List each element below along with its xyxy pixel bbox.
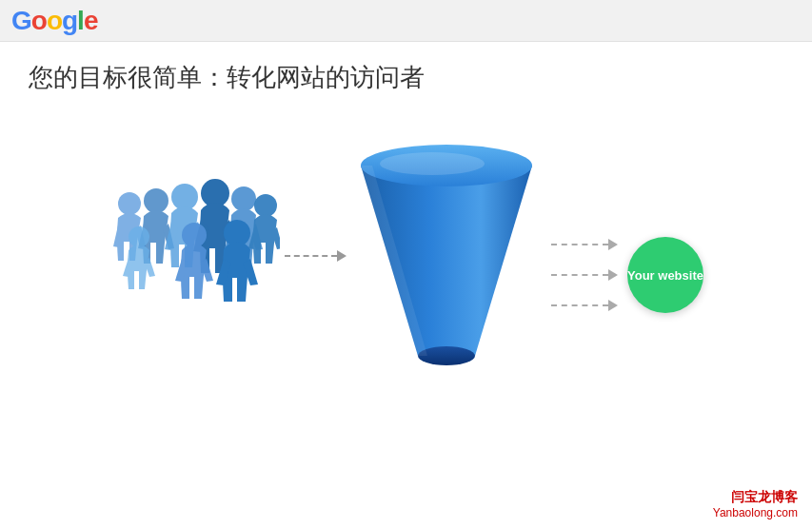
logo-l: l: [77, 6, 84, 36]
logo-g2: g: [62, 6, 77, 36]
watermark: 闫宝龙博客 Yanbaolong.com: [713, 489, 798, 519]
funnel: [351, 137, 542, 375]
logo-g: G: [11, 6, 31, 36]
logo-o2: o: [47, 6, 62, 36]
single-arrow: [285, 250, 347, 262]
svg-point-2: [171, 184, 198, 210]
svg-point-11: [380, 152, 485, 175]
output-arrow-1: [551, 239, 618, 250]
people-group: [109, 151, 280, 361]
main-content: 您的目标很简单：转化网站的访问者: [0, 42, 812, 529]
watermark-english: Yanbaolong.com: [713, 506, 798, 519]
funnel-svg: [351, 137, 542, 384]
diagram: Your website: [29, 113, 783, 399]
people-to-funnel-arrow: [285, 246, 347, 265]
page-title: 您的目标很简单：转化网站的访问者: [29, 61, 783, 94]
watermark-chinese: 闫宝龙博客: [713, 489, 798, 506]
svg-point-4: [231, 186, 256, 211]
svg-point-5: [254, 194, 277, 217]
people-silhouette: [109, 151, 280, 361]
output-arrow-3: [551, 300, 618, 311]
logo-e: e: [84, 6, 98, 36]
funnel-output-arrows: [551, 235, 618, 315]
logo-o1: o: [31, 6, 47, 36]
svg-point-0: [118, 192, 141, 215]
svg-point-1: [144, 188, 168, 213]
your-website-circle: Your website: [627, 237, 703, 313]
output-arrow-2: [551, 269, 618, 281]
svg-point-6: [129, 226, 149, 247]
header: G o o g l e: [0, 0, 812, 42]
google-logo: G o o g l e: [11, 6, 97, 36]
